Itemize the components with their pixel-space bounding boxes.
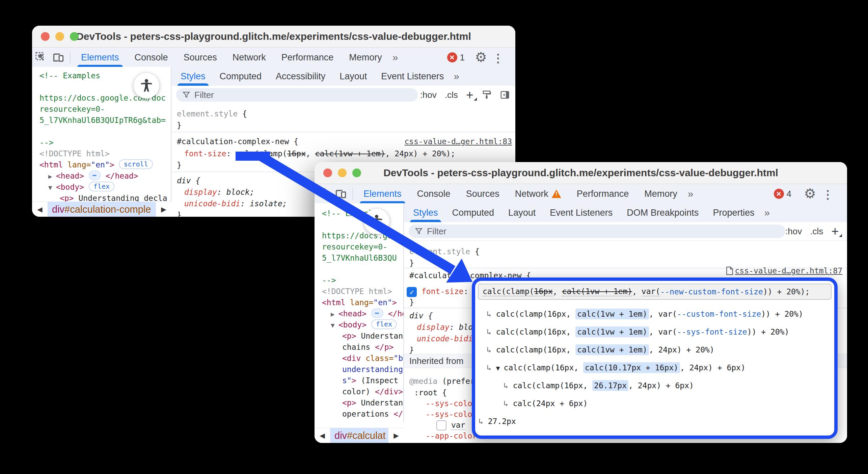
- tree-line[interactable]: s"> (Inspect: [322, 375, 403, 386]
- tree-line[interactable]: understanding: [322, 364, 403, 375]
- inspect-element-icon[interactable]: [32, 48, 50, 67]
- tree-line[interactable]: <p> Understanding decla: [39, 193, 171, 202]
- stylesheet-link[interactable]: css-value-d…ger.html:87: [726, 266, 843, 275]
- new-style-rule-icon[interactable]: +: [831, 226, 839, 236]
- settings-gear-icon[interactable]: ⚙: [475, 50, 487, 64]
- display-declaration[interactable]: display: block;: [184, 186, 254, 198]
- breadcrumb-prev-icon[interactable]: ◀: [315, 428, 330, 443]
- value-trace-row[interactable]: ↳ calc(clamp(16px, calc(1vw + 1em), 24px…: [475, 341, 834, 359]
- kebab-menu-icon[interactable]: ⋮: [492, 51, 504, 65]
- tab-elements[interactable]: Elements: [73, 48, 127, 67]
- tab-network[interactable]: Network: [507, 184, 569, 204]
- subtab-computed[interactable]: Computed: [445, 203, 501, 222]
- tab-memory[interactable]: Memory: [341, 48, 390, 67]
- zoom-button[interactable]: [352, 168, 361, 177]
- element-style-rule[interactable]: element.style {: [177, 108, 247, 120]
- subtab-dom-breakpoints[interactable]: DOM Breakpoints: [620, 203, 706, 222]
- tree-line[interactable]: 5_l7VKnhaUl6B3QU: [322, 253, 403, 264]
- var-value-line[interactable]: var: [451, 419, 465, 431]
- sys-color-declaration[interactable]: --sys-color: [426, 409, 477, 420]
- tree-line[interactable]: 5_l7VKnhaUl6B3QUIpTR6g&tab=: [39, 115, 171, 126]
- titlebar[interactable]: DevTools - peters-css-playground.glitch.…: [32, 26, 515, 48]
- app-color-declaration[interactable]: --app-color: [426, 430, 477, 442]
- tree-line[interactable]: chains </p>: [322, 342, 403, 353]
- media-query-line[interactable]: @media (prefer: [409, 375, 475, 387]
- titlebar[interactable]: DevTools - peters-css-playground.glitch.…: [315, 162, 847, 184]
- tree-line[interactable]: https://docs.goog: [322, 230, 403, 241]
- more-subtabs-icon[interactable]: »: [761, 207, 772, 218]
- tree-line[interactable]: <!DOCTYPE html>: [39, 148, 171, 159]
- device-toolbar-icon[interactable]: [50, 48, 67, 67]
- breadcrumb-prev-icon[interactable]: ◀: [32, 202, 48, 217]
- error-badge[interactable]: ✕ 4: [774, 189, 791, 199]
- error-badge[interactable]: ✕ 1: [447, 52, 465, 63]
- font-size-value-box[interactable]: calc(clamp(16px, calc(1vw + 1em), var(--…: [478, 284, 832, 300]
- tree-line[interactable]: <!DOCTYPE html>: [322, 286, 403, 297]
- tree-line[interactable]: resourcekey=0-: [39, 104, 171, 115]
- tab-memory[interactable]: Memory: [636, 184, 685, 204]
- tab-elements[interactable]: Elements: [356, 184, 409, 204]
- inspect-element-icon[interactable]: [315, 184, 332, 204]
- tree-line[interactable]: <html lang="en">: [322, 297, 403, 308]
- custom-font-size-declaration[interactable]: --custom-font-size: var(--sys-font-size)…: [419, 441, 611, 443]
- settings-gear-icon[interactable]: ⚙: [804, 187, 816, 200]
- breadcrumb-next-icon[interactable]: ▶: [388, 428, 404, 443]
- more-tabs-icon[interactable]: »: [685, 188, 696, 200]
- tree-line[interactable]: <!-- Examples: [322, 208, 403, 219]
- subtab-styles[interactable]: Styles: [173, 67, 213, 86]
- subtab-layout[interactable]: Layout: [332, 67, 374, 86]
- tree-line[interactable]: -->: [39, 137, 171, 148]
- tree-line[interactable]: resourcekey=0-: [322, 241, 403, 253]
- subtab-layout[interactable]: Layout: [501, 203, 543, 222]
- tree-line[interactable]: <div class="b: [322, 353, 403, 364]
- accessibility-overlay-icon[interactable]: [134, 73, 159, 99]
- tab-performance[interactable]: Performance: [274, 48, 342, 67]
- accessibility-overlay-icon[interactable]: [364, 209, 389, 234]
- ua-div-rule-selector[interactable]: div {: [177, 175, 200, 186]
- dom-tree-panel[interactable]: <!-- Exampleshttps://docs.googresourceke…: [315, 203, 404, 422]
- subtab-accessibility[interactable]: Accessibility: [269, 67, 332, 86]
- rendering-brush-icon[interactable]: [847, 226, 847, 236]
- font-size-declaration[interactable]: font-size:: [422, 286, 468, 297]
- tree-line[interactable]: -->: [322, 275, 403, 286]
- tab-performance[interactable]: Performance: [569, 184, 637, 204]
- subtab-event-listeners[interactable]: Event Listeners: [374, 67, 451, 86]
- tab-console[interactable]: Console: [409, 184, 458, 204]
- value-trace-row[interactable]: ↳ calc(clamp(16px, 26.17px, 24px) + 6px): [475, 377, 834, 395]
- subtab-event-listeners[interactable]: Event Listeners: [543, 203, 620, 222]
- rendering-brush-icon[interactable]: [482, 90, 492, 100]
- minimize-button[interactable]: [338, 168, 347, 177]
- cls-toggle[interactable]: .cls: [810, 226, 823, 237]
- sys-color-declaration[interactable]: --sys-color: [426, 398, 477, 409]
- new-style-rule-icon[interactable]: +: [466, 90, 473, 100]
- more-subtabs-icon[interactable]: »: [451, 71, 462, 82]
- more-tabs-icon[interactable]: »: [390, 52, 401, 63]
- root-selector-line[interactable]: :root {: [414, 387, 447, 398]
- tree-line[interactable]: operations </: [322, 409, 403, 420]
- tree-line[interactable]: [322, 264, 403, 275]
- cls-toggle[interactable]: .cls: [445, 90, 458, 100]
- tree-line[interactable]: ▶ <head> ⋯ </head>: [322, 308, 403, 319]
- breadcrumb-next-icon[interactable]: ▶: [156, 202, 171, 217]
- filter-input[interactable]: Filter: [176, 88, 418, 102]
- filter-input[interactable]: Filter: [409, 225, 785, 238]
- font-size-declaration[interactable]: font-size: calc(clamp(16px, calc(1vw + 1…: [184, 148, 455, 159]
- minimize-button[interactable]: [55, 32, 64, 41]
- value-trace-row[interactable]: ↳ calc(clamp(16px, calc(1vw + 1em), var(…: [475, 305, 834, 323]
- tab-network[interactable]: Network: [225, 48, 274, 67]
- dock-side-icon[interactable]: [500, 90, 510, 100]
- value-trace-row[interactable]: ↳ 27.2px: [475, 413, 834, 430]
- value-trace-row[interactable]: ↳ calc(clamp(16px, calc(1vw + 1em), var(…: [475, 323, 834, 341]
- breadcrumb-selected-node[interactable]: div#calculation-comple: [48, 202, 156, 217]
- tree-line[interactable]: ▼ <body> flex: [322, 319, 403, 331]
- breadcrumb-selected-node[interactable]: div#calculat: [330, 428, 388, 443]
- subtab-styles[interactable]: Styles: [406, 203, 445, 222]
- ua-div-rule-selector[interactable]: div {: [409, 310, 433, 321]
- tree-line[interactable]: [39, 126, 171, 137]
- kebab-menu-icon[interactable]: ⋮: [822, 188, 834, 201]
- tree-line[interactable]: <p> Understan: [322, 331, 403, 342]
- unicode-bidi-declaration[interactable]: unicode-bidi: isolate;: [184, 198, 287, 209]
- element-style-rule[interactable]: element.style {: [409, 246, 480, 257]
- stylesheet-link[interactable]: css-value-d…ger.html:83: [405, 137, 512, 146]
- tree-line[interactable]: [322, 219, 403, 230]
